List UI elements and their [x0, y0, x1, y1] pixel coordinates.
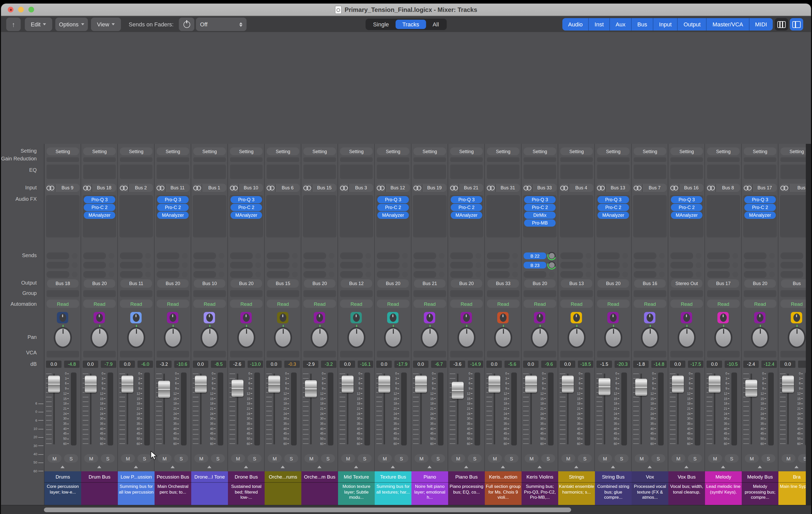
eq-display[interactable] [303, 164, 336, 179]
pan-knob[interactable] [384, 327, 402, 348]
send-level-knob[interactable] [659, 253, 665, 259]
fx-plugin-chip[interactable]: MAnalyzer [377, 212, 409, 219]
stereo-format-icon[interactable] [780, 186, 789, 190]
track-icon[interactable] [754, 312, 765, 323]
stereo-format-icon[interactable] [266, 186, 275, 190]
send-level-knob[interactable] [622, 253, 628, 259]
volume-db-value[interactable]: 0.0 [486, 360, 502, 368]
fx-plugin-chip[interactable]: MAnalyzer [598, 212, 629, 219]
send-level-knob[interactable] [219, 262, 224, 268]
fx-plugin-chip[interactable]: Pro-C 2 [84, 204, 115, 211]
track-note[interactable]: Kantakt ensemble harmonics; s... [558, 483, 595, 505]
channel-setting-button[interactable]: Setting [744, 147, 776, 155]
channel-input-selector[interactable]: Bus 13 [597, 184, 630, 192]
mute-button[interactable]: M [304, 454, 318, 462]
fader-cap[interactable] [195, 376, 207, 393]
send-level-knob[interactable] [109, 272, 114, 277]
sends-on-faders-power-button[interactable] [179, 18, 194, 31]
stereo-format-icon[interactable] [633, 186, 642, 190]
channel-setting-button[interactable]: Setting [670, 147, 703, 155]
stereo-format-icon[interactable] [413, 186, 422, 190]
send-slot[interactable] [156, 252, 179, 259]
fx-plugin-chip[interactable]: Pro-C 2 [451, 204, 482, 211]
sends-section[interactable] [413, 250, 446, 278]
horizontal-scrollbar-thumb[interactable] [44, 508, 571, 512]
input-bus-label[interactable]: Bus 17 [752, 184, 777, 192]
automation-mode-button[interactable]: Read [377, 300, 409, 308]
audio-fx-slots[interactable] [560, 195, 593, 238]
track-name[interactable]: Drone Bus [228, 471, 265, 483]
channel-output-selector[interactable]: Bus 13 [561, 279, 592, 288]
strip-disclosure-chevron[interactable] [794, 466, 799, 468]
volume-db-value[interactable]: -1.8 [633, 360, 649, 368]
solo-button[interactable]: S [358, 454, 372, 462]
send-level-knob[interactable] [769, 272, 775, 277]
track-name[interactable]: Piano [411, 471, 448, 483]
sends-section[interactable] [450, 250, 483, 278]
vertical-scrollbar[interactable] [806, 144, 811, 505]
audio-fx-slots[interactable]: Pro-Q 3Pro-C 2MAnalyzer [597, 195, 630, 238]
send-slot[interactable] [450, 271, 473, 278]
channel-input-selector[interactable]: Bus 10 [230, 184, 263, 192]
mute-button[interactable]: M [84, 454, 98, 462]
track-icon[interactable] [350, 312, 362, 323]
vca-slot[interactable] [450, 351, 483, 357]
fx-plugin-chip[interactable]: MAnalyzer [84, 212, 115, 219]
peak-level-value[interactable]: -7.9 [101, 360, 116, 368]
channel-setting-button[interactable]: Setting [303, 147, 336, 155]
mute-button[interactable]: M [635, 454, 649, 462]
send-level-knob[interactable] [182, 272, 187, 277]
fx-plugin-chip[interactable]: Pro-Q 3 [671, 196, 702, 203]
volume-db-value[interactable]: -3.2 [156, 360, 172, 368]
peak-level-value[interactable]: -8.5 [211, 360, 226, 368]
track-icon[interactable] [718, 312, 729, 323]
sends-mode-select[interactable]: Off [196, 18, 246, 31]
send-level-knob[interactable] [586, 262, 591, 268]
channel-setting-button[interactable]: Setting [560, 147, 593, 155]
track-note[interactable]: Full section group for Ms. Chois 9 violi… [485, 483, 522, 505]
send-level-knob[interactable] [402, 253, 408, 259]
volume-db-value[interactable]: -2.4 [743, 360, 759, 368]
send-slot[interactable] [487, 252, 510, 259]
send-slot[interactable] [781, 262, 803, 269]
mute-button[interactable]: M [157, 454, 172, 462]
eq-display[interactable] [413, 164, 446, 179]
channel-setting-button[interactable]: Setting [267, 147, 299, 155]
stereo-format-icon[interactable] [230, 186, 238, 190]
channel-setting-button[interactable]: Setting [120, 147, 152, 155]
audio-fx-slots[interactable] [46, 195, 80, 238]
input-bus-label[interactable]: Bus 18 [91, 184, 116, 192]
solo-button[interactable]: S [101, 454, 115, 462]
filter-button-output[interactable]: Output [678, 18, 707, 30]
track-note[interactable]: Piano processing bus; EQ, co... [448, 483, 485, 505]
track-note[interactable]: Summing bus for all low percussion [118, 483, 154, 505]
strip-disclosure-chevron[interactable] [538, 466, 542, 468]
automation-mode-button[interactable]: Read [340, 300, 373, 308]
fader-cap[interactable] [599, 378, 610, 395]
channel-setting-button[interactable]: Setting [230, 147, 263, 155]
track-name[interactable]: Piano Bus [448, 471, 485, 483]
vca-slot[interactable] [560, 351, 593, 357]
send-level-knob[interactable] [182, 253, 187, 259]
group-slot[interactable] [560, 290, 593, 297]
send-level-knob[interactable] [255, 253, 261, 259]
strip-disclosure-chevron[interactable] [134, 466, 138, 468]
send-slot[interactable] [781, 252, 803, 259]
solo-button[interactable]: S [284, 454, 298, 462]
send-slot[interactable] [524, 271, 546, 278]
send-slot[interactable] [707, 271, 730, 278]
fx-plugin-chip[interactable]: MAnalyzer [671, 212, 702, 219]
mute-button[interactable]: M [341, 454, 355, 462]
channel-output-selector[interactable]: Bus 21 [414, 279, 445, 288]
strip-disclosure-chevron[interactable] [171, 466, 175, 468]
channel-input-selector[interactable]: Bus 4 [560, 184, 593, 192]
send-level-knob[interactable] [439, 272, 444, 277]
horizontal-scrollbar[interactable] [1, 505, 811, 514]
fader-cap[interactable] [488, 376, 500, 393]
send-slot[interactable] [781, 271, 803, 278]
fx-plugin-chip[interactable]: Pro-C 2 [231, 204, 262, 211]
sends-section[interactable]: B 22B 23 [524, 250, 556, 278]
solo-button[interactable]: S [614, 454, 629, 462]
send-slot[interactable] [83, 271, 106, 278]
track-icon[interactable] [534, 312, 545, 323]
